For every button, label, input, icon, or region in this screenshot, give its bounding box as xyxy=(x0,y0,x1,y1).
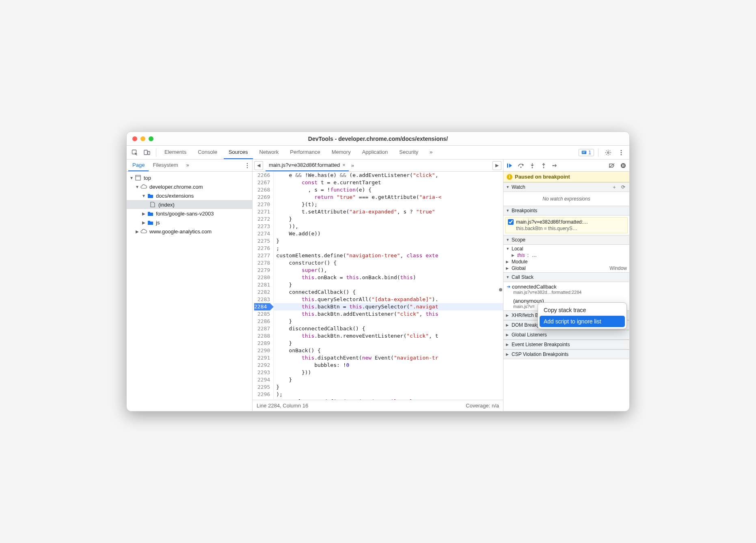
step-out-icon[interactable] xyxy=(540,162,547,169)
scope-this[interactable]: ▶this:… xyxy=(503,252,629,259)
svg-rect-13 xyxy=(136,175,140,180)
chevron-right-icon: ▶ xyxy=(506,323,510,327)
tree-folder[interactable]: ▶ js xyxy=(127,218,252,227)
svg-point-7 xyxy=(621,150,622,151)
tab-memory[interactable]: Memory xyxy=(327,146,356,159)
chevron-right-icon: ▶ xyxy=(506,333,510,337)
tree-origin[interactable]: ▶ www.google-analytics.com xyxy=(127,227,252,236)
frame-location: main.js?v=e382d…formatted:2284 xyxy=(507,290,626,295)
section-watch-header[interactable]: ▼ Watch ＋ ⟳ xyxy=(503,182,629,192)
section-global-listeners-header[interactable]: ▶ Global Listeners xyxy=(503,330,629,340)
step-icon[interactable] xyxy=(551,162,559,169)
section-title: Event Listener Breakpoints xyxy=(512,342,570,347)
section-csp-bp-header[interactable]: ▶ CSP Violation Breakpoints xyxy=(503,349,629,359)
toolbar-right: 1 xyxy=(579,147,627,158)
svg-rect-2 xyxy=(148,151,150,155)
tab-sources[interactable]: Sources xyxy=(224,146,253,159)
tree-label: developer.chrome.com xyxy=(149,184,203,190)
chevron-right-icon: ▶ xyxy=(141,220,146,225)
callstack-frame[interactable]: ➔connectedCallback main.js?v=e382d…forma… xyxy=(503,282,629,296)
resume-icon[interactable] xyxy=(506,162,513,169)
scope-module[interactable]: ▶Module xyxy=(503,259,629,265)
svg-rect-4 xyxy=(583,151,586,152)
more-menu-icon[interactable] xyxy=(616,147,627,158)
section-scope-header[interactable]: ▼ Scope xyxy=(503,235,629,245)
maximize-window-button[interactable] xyxy=(149,136,153,141)
minimize-window-button[interactable] xyxy=(140,136,145,141)
context-ignore-script[interactable]: Add script to ignore list xyxy=(540,316,625,327)
deactivate-breakpoints-icon[interactable] xyxy=(608,162,616,169)
navigator-tab-page[interactable]: Page xyxy=(128,159,149,171)
section-breakpoints-header[interactable]: ▼ Breakpoints xyxy=(503,206,629,215)
file-tab-main[interactable]: main.js?v=e382d86f:formatted × xyxy=(266,159,349,171)
svg-rect-1 xyxy=(144,150,147,155)
chevron-right-icon: ▶ xyxy=(141,211,146,216)
chevron-down-icon: ▼ xyxy=(135,185,140,189)
refresh-watch-icon[interactable]: ⟳ xyxy=(620,184,627,190)
nav-forward-icon[interactable]: ▶ xyxy=(492,161,501,170)
file-tabs-overflow[interactable]: » xyxy=(351,162,354,168)
tree-top[interactable]: ▼ top xyxy=(127,173,252,182)
tab-application[interactable]: Application xyxy=(357,146,393,159)
device-toolbar-icon[interactable] xyxy=(141,147,153,158)
close-window-button[interactable] xyxy=(132,136,137,141)
watch-empty-text: No watch expressions xyxy=(506,194,627,204)
section-event-bp-header[interactable]: ▶ Event Listener Breakpoints xyxy=(503,340,629,349)
inspect-element-icon[interactable] xyxy=(129,147,140,158)
scrollbar-marker xyxy=(499,288,502,291)
cursor-position: Line 2284, Column 16 xyxy=(257,403,308,409)
svg-point-17 xyxy=(532,167,533,168)
tab-performance[interactable]: Performance xyxy=(285,146,325,159)
svg-point-16 xyxy=(521,166,522,168)
tab-network[interactable]: Network xyxy=(255,146,284,159)
breakpoint-file: main.js?v=e382d86f:formatted:… xyxy=(516,219,588,225)
navigator-tabs-overflow[interactable]: » xyxy=(182,159,193,171)
step-over-icon[interactable] xyxy=(517,162,525,169)
svg-point-18 xyxy=(543,167,544,168)
tree-file-index[interactable]: (index) xyxy=(127,200,252,209)
section-title: Scope xyxy=(512,237,525,243)
navigator-tab-filesystem[interactable]: Filesystem xyxy=(149,159,182,171)
close-tab-icon[interactable]: × xyxy=(342,162,346,168)
svg-rect-23 xyxy=(624,164,624,167)
add-watch-icon[interactable]: ＋ xyxy=(611,184,618,191)
code-content[interactable]: e && !We.has(e) && (e.addEventListener("… xyxy=(274,172,503,400)
navigator-more-icon[interactable] xyxy=(244,159,251,171)
tree-label: js xyxy=(156,220,160,226)
chevron-right-icon: ▶ xyxy=(506,313,510,317)
code-editor[interactable]: 2266226722682269227022712272227322742275… xyxy=(253,172,503,400)
chevron-down-icon: ▼ xyxy=(506,275,510,279)
tab-security[interactable]: Security xyxy=(394,146,423,159)
navigator-tabs: Page Filesystem » xyxy=(127,159,252,172)
context-copy-stack[interactable]: Copy stack trace xyxy=(540,304,625,316)
tree-folder[interactable]: ▶ fonts/google-sans-v2003 xyxy=(127,209,252,218)
svg-rect-15 xyxy=(507,164,508,168)
scope-global[interactable]: ▶GlobalWindow xyxy=(503,265,629,272)
tabs-overflow[interactable]: » xyxy=(425,146,437,159)
section-callstack-header[interactable]: ▼ Call Stack xyxy=(503,272,629,282)
breakpoint-item[interactable]: main.js?v=e382d86f:formatted:… this.back… xyxy=(505,217,628,233)
settings-gear-icon[interactable] xyxy=(603,147,614,158)
section-title: XHR/fetch B xyxy=(512,312,538,318)
nav-back-icon[interactable]: ◀ xyxy=(254,161,263,170)
tab-console[interactable]: Console xyxy=(193,146,222,159)
main-tabs: Elements Console Sources Network Perform… xyxy=(160,146,578,159)
line-gutter[interactable]: 2266226722682269227022712272227322742275… xyxy=(253,172,274,400)
breakpoints-body: main.js?v=e382d86f:formatted:… this.back… xyxy=(503,215,629,235)
debugger-pane: i Paused on breakpoint ▼ Watch ＋ ⟳ No wa… xyxy=(503,159,629,411)
step-into-icon[interactable] xyxy=(529,162,536,169)
tree-folder[interactable]: ▼ docs/extensions xyxy=(127,191,252,200)
pause-exceptions-icon[interactable] xyxy=(620,162,627,169)
tree-origin[interactable]: ▼ developer.chrome.com xyxy=(127,182,252,191)
paused-banner: i Paused on breakpoint xyxy=(503,172,629,182)
info-icon: i xyxy=(507,174,512,180)
chevron-down-icon: ▼ xyxy=(506,209,510,213)
scope-local[interactable]: ▼Local xyxy=(503,246,629,252)
svg-rect-3 xyxy=(582,151,586,154)
file-icon xyxy=(149,201,156,208)
svg-point-8 xyxy=(621,152,622,153)
breakpoint-checkbox[interactable] xyxy=(508,219,514,225)
context-menu: Copy stack trace Add script to ignore li… xyxy=(538,302,627,329)
tab-elements[interactable]: Elements xyxy=(160,146,191,159)
issues-badge[interactable]: 1 xyxy=(579,149,594,156)
